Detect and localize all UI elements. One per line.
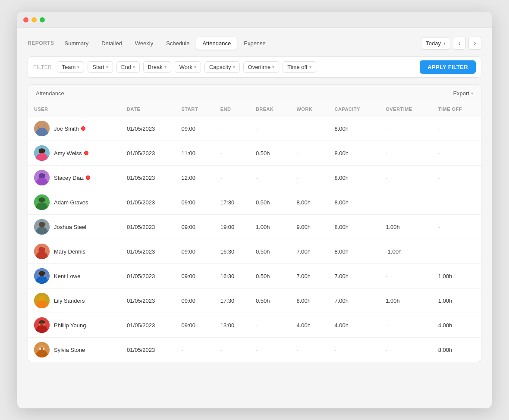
overtime-cell: - <box>380 313 432 338</box>
cell-value: 01/05/2023 <box>127 322 155 329</box>
next-date-button[interactable]: › <box>468 37 481 50</box>
start-cell: 12:00 <box>176 166 214 190</box>
maximize-button[interactable] <box>40 17 45 22</box>
date-cell: 01/05/2023 <box>121 190 175 215</box>
start-cell: 09:00 <box>176 190 214 215</box>
cell-value: 0.50h <box>256 248 270 255</box>
date-selector[interactable]: Today ▾ <box>421 37 450 50</box>
cell-value: 09:00 <box>182 273 196 279</box>
dash-value: - <box>438 248 440 255</box>
overtime-cell: -1.00h <box>380 239 432 264</box>
end-arrow-icon: ▾ <box>133 65 135 69</box>
cell-value: 1.00h <box>438 298 452 304</box>
team-arrow-icon: ▾ <box>77 65 79 69</box>
capacity-cell: 4.00h <box>329 313 380 338</box>
cell-value: 1.00h <box>386 224 400 230</box>
cell-value: 09:00 <box>182 125 196 132</box>
date-cell: 01/05/2023 <box>121 313 175 338</box>
start-cell: 09:00 <box>176 116 214 141</box>
cell-value: 8.00h <box>335 199 349 206</box>
user-name: Adam Graves <box>54 199 88 206</box>
table-row: Amy Weiss 01/05/2023 11:00 - 0.50h - 8.0… <box>28 141 481 166</box>
avatar <box>34 219 50 235</box>
table-header-row: USER DATE START END BREAK WORK CAPACITY … <box>28 102 481 116</box>
end-cell: 16:30 <box>214 239 250 264</box>
end-cell: 17:30 <box>214 190 250 215</box>
export-button[interactable]: Export ▾ <box>453 90 473 97</box>
break-cell: 0.50h <box>250 264 291 288</box>
filter-time-off[interactable]: Time off ▾ <box>283 61 316 73</box>
avatar <box>34 194 50 210</box>
attendance-table: USER DATE START END BREAK WORK CAPACITY … <box>28 102 481 362</box>
cell-value: 7.00h <box>335 273 349 279</box>
cell-value: 1.00h <box>386 298 400 304</box>
cell-value: 01/05/2023 <box>127 175 155 181</box>
avatar <box>34 170 50 185</box>
avatar <box>34 121 50 136</box>
start-cell: 09:00 <box>176 313 214 338</box>
close-button[interactable] <box>23 17 28 22</box>
time-off-cell: - <box>432 141 481 166</box>
dash-value: - <box>220 150 222 157</box>
cell-value: 1.00h <box>438 273 452 279</box>
prev-date-button[interactable]: ‹ <box>453 37 466 50</box>
work-cell: 9.00h <box>290 215 328 239</box>
export-label: Export <box>453 90 469 97</box>
dash-value: - <box>256 125 258 132</box>
user-name: Phillip Young <box>54 322 86 329</box>
filter-capacity[interactable]: Capacity ▾ <box>204 61 240 73</box>
user-name: Kent Lowe <box>54 273 80 279</box>
svg-point-32 <box>39 348 41 350</box>
tab-detailed[interactable]: Detailed <box>95 37 128 50</box>
cell-value: 8.00h <box>335 248 349 255</box>
overtime-cell: - <box>380 264 432 288</box>
reports-label: REPORTS <box>28 40 54 46</box>
cell-value: 1.00h <box>256 224 270 230</box>
tab-schedule[interactable]: Schedule <box>160 37 195 50</box>
dash-value: - <box>438 199 440 206</box>
filter-end[interactable]: End ▾ <box>116 61 140 73</box>
end-cell: - <box>214 338 250 362</box>
filter-break[interactable]: Break ▾ <box>143 61 171 73</box>
filter-team[interactable]: Team ▾ <box>57 61 84 73</box>
end-cell: 17:30 <box>214 288 250 313</box>
dash-value: - <box>220 175 222 181</box>
filter-label: FILTER <box>33 64 52 70</box>
recording-icon <box>86 176 90 180</box>
dash-value: - <box>296 175 298 181</box>
cell-value: 4.00h <box>335 322 349 329</box>
cell-value: 4.00h <box>296 322 311 329</box>
apply-filter-button[interactable]: APPLY FILTER <box>420 60 476 74</box>
cell-value: 0.50h <box>256 150 270 157</box>
table-row: Kent Lowe 01/05/2023 09:00 16:30 0.50h 7… <box>28 264 481 288</box>
tab-attendance[interactable]: Attendance <box>196 37 237 50</box>
dash-value: - <box>220 347 222 353</box>
tab-summary[interactable]: Summary <box>59 37 95 50</box>
filter-work[interactable]: Work ▾ <box>175 61 201 73</box>
overtime-cell: - <box>380 166 432 190</box>
cell-value: 9.00h <box>296 224 311 230</box>
date-cell: 01/05/2023 <box>121 116 175 141</box>
filter-start[interactable]: Start ▾ <box>88 61 113 73</box>
dash-value: - <box>296 125 298 132</box>
table-row: Joe Smith 01/05/2023 09:00 - - - 8.00h -… <box>28 116 481 141</box>
cell-value: 16:30 <box>220 248 235 255</box>
tab-weekly[interactable]: Weekly <box>129 37 159 50</box>
dash-value: - <box>386 322 387 329</box>
table-title: Attendance <box>36 90 64 97</box>
capacity-cell: 7.00h <box>329 288 380 313</box>
filter-overtime-label: Overtime <box>248 64 271 70</box>
user-name: Joe Smith <box>54 125 79 132</box>
filter-overtime[interactable]: Overtime ▾ <box>243 61 280 73</box>
minimize-button[interactable] <box>31 17 37 22</box>
table-header-bar: Attendance Export ▾ <box>28 85 481 102</box>
date-arrow-icon: ▾ <box>443 41 446 46</box>
break-cell: - <box>250 166 291 190</box>
time-off-cell: - <box>432 116 481 141</box>
tab-expense[interactable]: Expense <box>238 37 272 50</box>
date-cell: 01/05/2023 <box>121 288 175 313</box>
filter-start-label: Start <box>92 64 104 70</box>
work-cell: - <box>290 141 328 166</box>
cell-value: 8.00h <box>296 298 311 304</box>
svg-point-33 <box>43 348 44 350</box>
